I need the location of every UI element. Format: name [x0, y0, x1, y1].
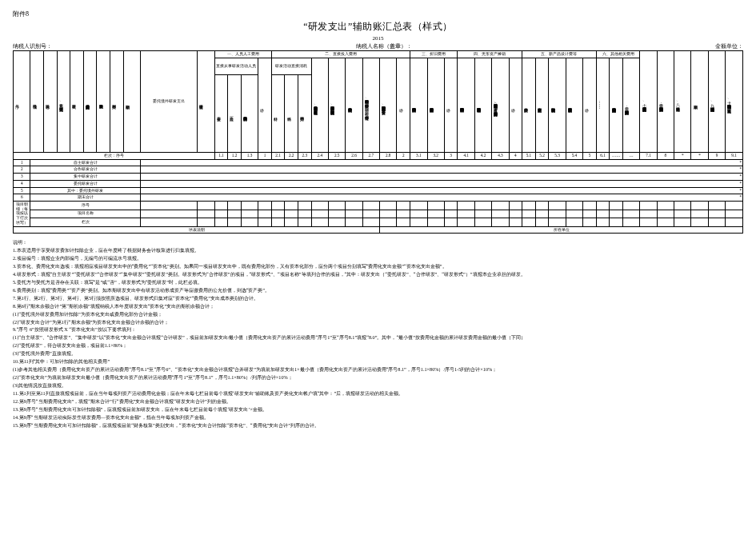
summary-row-3: 3集中研发合计* — [14, 174, 743, 181]
notes-header: 说明： — [13, 238, 743, 246]
summary-row-4: 4委托研发合计* — [14, 180, 743, 187]
summary-row-1: 1自主研发合计* — [14, 159, 743, 166]
col-39: 其中：可加计扣除的其他相关费用 — [622, 58, 639, 152]
block2-label-row: 项目明细（每项按以下行次填写） 序号 — [14, 202, 743, 210]
taxpayer-name-label: 纳税人名称（盖章）： — [356, 42, 412, 50]
block2-row-2: 项目名称 — [14, 210, 743, 218]
page-title: “研发支出”辅助账汇总表（样式） — [13, 20, 743, 34]
col-44: 九、当期费用化支出可加计扣除总额 — [708, 51, 725, 153]
group-h4: 四、无形资产摊销 — [458, 51, 522, 58]
group-h6: 六、其他相关费用 — [596, 51, 640, 58]
main-table: 序号 项目编号 项目名称 资本化、费用化支出选项 研发形式 委托方与受托方是否存… — [13, 50, 743, 234]
group-h1: 一、人员人工费用 — [214, 51, 271, 58]
col-15: 小计 — [258, 58, 272, 152]
subgroup-2: 研发活动直接消耗 — [271, 58, 311, 74]
col-1: 序号 — [14, 51, 30, 153]
col-26: 用于研发活动的设备的折旧费 — [427, 58, 444, 152]
col-18: 动力费用 — [298, 74, 311, 152]
col-21: 用于试制产品的检验费 — [346, 58, 362, 152]
col-23: 通过经营租赁方式租入的用于研发活动的仪器、设备租赁费 — [380, 58, 397, 152]
notes-block: 说明： 1.本表适用于享受研发费加计扣除企业，应在年度终了根据财务会计核算进行归… — [13, 238, 743, 429]
col-19: 用于中间试验和产品试制的模具、工艺装备开发及制造费 — [311, 58, 328, 152]
col-40: 七、委托外部机构或个人进行研发活动所发生的费用 — [640, 51, 657, 153]
taxpayer-id-label: 纳税人识别号： — [13, 42, 52, 50]
col-2: 项目编号 — [30, 51, 44, 153]
col-42: 八、当期研发支出小计 — [674, 51, 691, 153]
col-28: 用于研发活动的软件的摊销费用 — [458, 58, 474, 152]
col-25: 用于研发活动的仪器的折旧费 — [410, 58, 427, 152]
col-20: 用于不构成固定资产的样品、样机及一般测试手段购置费 — [328, 58, 345, 152]
col-32: 新产品设计费 — [522, 58, 536, 152]
group-h2: 二、直接投入费用 — [271, 51, 410, 58]
col-27: 小计 — [444, 58, 458, 152]
col-29: 用于研发活动的专利权的摊销费用 — [474, 58, 491, 152]
summary-row-6: 6期末合计* — [14, 194, 743, 202]
col-35: 勘探开发技术的现场试验费 — [566, 58, 582, 152]
col-14: 外聘研发人员的劳务费用 — [241, 74, 258, 152]
col-17: 燃料 — [285, 74, 298, 152]
col-7: 项目研发人员数量 — [97, 51, 110, 153]
col-22: 用于研发活动的仪器、设备的运行维护、调整、检验、维修等费用 — [362, 58, 379, 152]
col-45: 十、当期研发活动实际发生研发费用—资本化支出金额 — [726, 51, 743, 153]
col-9: 期初余额 — [123, 51, 140, 153]
col-31: 小计 — [509, 58, 522, 152]
unit-label: 金额单位： — [715, 42, 743, 50]
group-h3: 三、折旧费用 — [410, 51, 458, 58]
col-30: 用于研发活动的非专利技术（包括许可证、专有技术、设计和计算方法等）的摊销费用 — [492, 58, 509, 152]
col-43: 期末余额 — [691, 51, 708, 153]
group-h5: 五、新产品设计费等 — [522, 51, 597, 58]
summary-row-5: 5其中：委托境外研发* — [14, 187, 743, 194]
subgroup-1: 直接从事研发活动人员 — [214, 58, 258, 74]
year-label: 2015 — [13, 35, 743, 42]
col-13: 五险一金 — [228, 74, 242, 152]
block2-row-3: 栏次 — [14, 218, 743, 227]
col-16: 材料 — [271, 74, 285, 152]
col-4: 资本化、费用化支出选项 — [57, 51, 70, 153]
col-5: 研发形式 — [70, 51, 84, 153]
col-11: 研发支出合计 — [198, 51, 214, 153]
summary-row-2: 2合作研发合计* — [14, 166, 743, 174]
signoff-row: 填表说明 所在单位 — [14, 226, 743, 234]
col-8: 费用类别 — [110, 51, 124, 153]
col-24: 小计 — [397, 58, 410, 152]
col-10: 委托境外研发支出 — [140, 51, 197, 153]
col-37: …… — [596, 58, 610, 152]
col-3: 项目名称 — [43, 51, 57, 153]
col-36: 小计 — [583, 58, 597, 152]
col-6: 委托方与受托方是否存在关联 — [83, 51, 97, 153]
col-41: 其中：可加计扣除的委托境外研发费用 — [657, 51, 674, 153]
col-34: 新药研制的临床试验费 — [549, 58, 566, 152]
attachment-label: 附件8 — [13, 10, 743, 18]
col-12: 工资薪金 — [214, 74, 228, 152]
col-38: 与研发活动直接相关的其他费用合计 — [610, 58, 623, 152]
top-bar: 纳税人识别号： 纳税人名称（盖章）： 金额单位： — [13, 42, 743, 50]
col-33: 新工艺规程制定费 — [535, 58, 549, 152]
number-row: 栏次：序号 1.11.21.31 2.12.22.32.42.52.62.72.… — [14, 153, 743, 160]
